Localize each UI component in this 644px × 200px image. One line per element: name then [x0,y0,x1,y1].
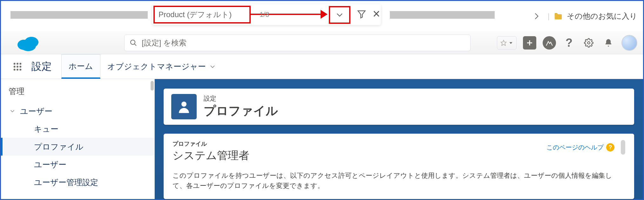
folder-icon[interactable] [553,11,563,21]
tree-item-users[interactable]: ユーザー [1,102,154,120]
svg-point-16 [19,66,21,68]
close-icon[interactable]: × [373,7,380,21]
global-add-button[interactable] [523,36,536,50]
find-input-highlight[interactable]: Product (デフォルト) [153,6,251,23]
tab-object-manager-label: オブジェクトマネージャー [107,61,206,72]
find-input-value: Product (デフォルト) [159,10,232,20]
salesforce-global-header: [設定] を検索 ? [1,31,643,54]
app-launcher-icon[interactable] [7,54,28,79]
notifications-bell-icon[interactable] [602,36,615,50]
help-icon: ? [606,143,614,151]
find-match-count: 1/3 [260,10,269,19]
chevron-down-icon [210,64,215,70]
favorite-button[interactable] [497,36,517,50]
svg-marker-0 [358,11,365,18]
search-icon [130,39,137,47]
svg-point-13 [19,63,21,64]
chevron-down-icon [336,11,343,19]
favorites-label[interactable]: その他のお気に入り [567,11,637,21]
divider: | [548,12,550,21]
card-header: プロファイル システム管理者 このページのヘルプ ? [173,140,625,163]
page-help-link[interactable]: このページのヘルプ ? [546,143,614,152]
setup-subnav: 設定 ホーム オブジェクトマネージャー [1,54,643,79]
browser-favorites-area: | その他のお気に入り [532,11,637,21]
main-content: 設定 プロファイル プロファイル システム管理者 このページのヘルプ ? [155,79,643,199]
profile-label: プロファイル [173,140,249,148]
tree-item-label: ユーザー管理設定 [34,177,98,188]
svg-point-11 [14,63,16,64]
svg-point-12 [17,63,18,64]
svg-point-18 [17,69,18,70]
chevron-down-icon [10,109,15,114]
salesforce-logo-icon[interactable] [14,33,43,52]
profile-name: システム管理者 [173,148,249,163]
svg-point-10 [587,42,590,44]
find-next-highlight[interactable] [329,6,350,24]
scrollbar-thumb[interactable] [151,81,154,90]
svg-point-17 [14,69,16,70]
chevron-right-icon[interactable] [532,12,541,20]
trailhead-icon[interactable] [543,36,556,50]
tree-item-label: プロファイル [34,142,84,152]
tab-object-manager[interactable]: オブジェクトマネージャー [100,54,222,79]
svg-marker-6 [501,40,506,45]
annotation-arrow-head [321,10,328,19]
svg-point-15 [17,66,18,68]
search-placeholder: [設定] を検索 [142,38,186,48]
scrollbar-thumb[interactable] [621,140,625,155]
tab-home[interactable]: ホーム [61,54,100,79]
redacted-block [10,11,148,19]
svg-point-20 [181,102,186,107]
browser-find-bar: Product (デフォルト) 1/3 × [152,4,381,25]
setup-tree: 管理 ユーザー キュー プロファイル ユーザー ユーザー管理設定 [1,79,155,199]
tree-item-label: ユーザー [20,106,52,117]
browser-bar: Product (デフォルト) 1/3 × | その [1,3,643,23]
svg-line-5 [134,44,136,46]
help-icon[interactable]: ? [562,36,576,50]
card-header-right: このページのヘルプ ? [546,140,625,155]
setup-gear-icon[interactable] [582,36,595,50]
svg-marker-7 [509,42,512,44]
svg-point-19 [19,69,21,70]
header-actions: ? [497,35,637,51]
profile-detail-card: プロファイル システム管理者 このページのヘルプ ? このプロファイルを持つユー… [164,134,634,199]
setup-title: 設定 [28,54,61,79]
page-title: プロファイル [204,103,278,119]
page-titles: 設定 プロファイル [204,94,278,119]
app-frame: Product (デフォルト) 1/3 × | その [0,0,644,200]
tree-item-queues[interactable]: キュー [1,120,154,138]
tree-item-label: ユーザー [34,159,66,170]
profile-description: このプロファイルを持つユーザーは、以下のアクセス許可とページレイアウトと使用しま… [173,170,625,190]
tree-item-users-sub[interactable]: ユーザー [1,156,154,173]
svg-point-3 [21,41,36,51]
setup-body: 管理 ユーザー キュー プロファイル ユーザー ユーザー管理設定 [1,79,643,199]
help-link-label: このページのヘルプ [546,143,604,152]
tree-item-label: キュー [34,124,58,134]
card-title-block: プロファイル システム管理者 [173,140,249,163]
svg-point-14 [14,66,16,68]
filter-icon[interactable] [357,9,366,19]
redacted-block [390,11,495,19]
page-kicker: 設定 [204,94,278,103]
tree-item-user-management-settings[interactable]: ユーザー管理設定 [1,173,154,191]
tree-section-header: 管理 [1,83,154,102]
svg-point-4 [131,40,135,44]
profile-icon [171,94,197,119]
page-header: 設定 プロファイル [164,89,634,125]
user-avatar[interactable] [621,35,637,51]
global-search[interactable]: [設定] を検索 [124,35,471,51]
tree-item-profiles[interactable]: プロファイル [1,138,154,156]
